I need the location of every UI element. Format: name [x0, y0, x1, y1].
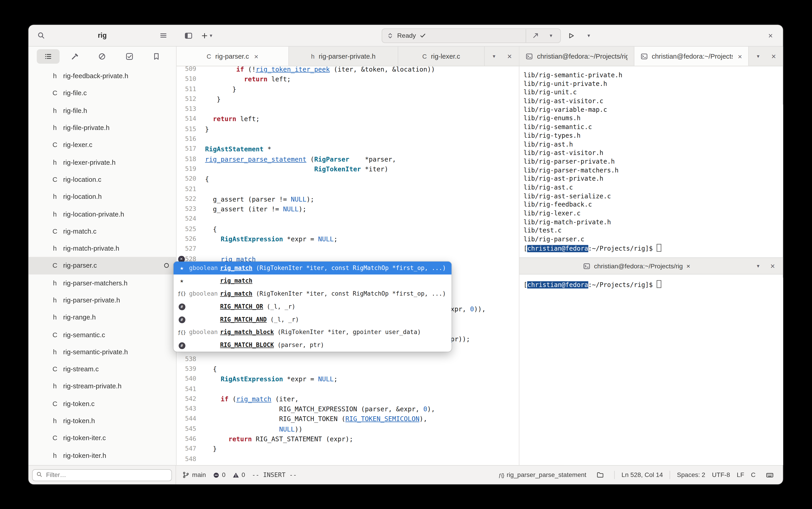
file-item[interactable]: hrig-parser-private.h	[28, 292, 176, 309]
tab-list-dropdown-button[interactable]: ▾	[751, 49, 766, 63]
project-directory-button[interactable]	[593, 468, 607, 482]
line-number[interactable]: 516	[177, 134, 205, 144]
tab-rig-parser-c[interactable]: C rig-parser.c ×	[177, 46, 289, 66]
file-item[interactable]: Crig-file.c	[28, 84, 176, 102]
file-item[interactable]: hrig-parser-matchers.h	[28, 274, 176, 292]
file-item[interactable]: hrig-semantic-private.h	[28, 343, 176, 361]
sidebar-tab-bookmarks[interactable]	[145, 49, 168, 64]
filter-input[interactable]	[32, 469, 172, 481]
tab-list-dropdown-button[interactable]: ▾	[751, 259, 766, 273]
code-line[interactable]: 513	[177, 104, 519, 114]
tab-list-dropdown-button[interactable]: ▾	[487, 49, 501, 63]
terminal-top[interactable]: lib/rig-semantic-private.hlib/rig-unit-p…	[519, 66, 783, 258]
line-number[interactable]: 539	[177, 364, 205, 374]
sidebar-tab-build[interactable]	[64, 49, 86, 64]
file-item[interactable]: Crig-token.c	[28, 395, 176, 412]
terminal-pane2-tab[interactable]: christian@fedora:~/Projects/rig ×	[583, 262, 690, 270]
code-line[interactable]: 548	[177, 454, 519, 464]
file-item[interactable]: hrig-file-private.h	[28, 119, 176, 136]
line-number[interactable]: 541	[177, 384, 205, 394]
code-line[interactable]: 511 }	[177, 84, 519, 94]
completion-item[interactable]: #RIG_MATCH_OR (_l, _r)	[174, 300, 452, 313]
indentation-setting[interactable]: Spaces: 2	[677, 471, 705, 479]
file-item[interactable]: hrig-range.h	[28, 309, 176, 326]
file-item[interactable]: Crig-parser.c	[28, 257, 176, 274]
code-line[interactable]: 524	[177, 214, 519, 224]
build-options-button[interactable]: ▾	[544, 28, 558, 43]
code-line[interactable]: 547 }	[177, 444, 519, 454]
search-button[interactable]	[34, 28, 48, 43]
line-number[interactable]: 518	[177, 154, 205, 164]
code-line[interactable]: 520{	[177, 174, 519, 184]
line-number[interactable]: 543	[177, 404, 205, 414]
completion-item[interactable]: ★rig_match	[174, 274, 452, 287]
code-line[interactable]: 515}	[177, 124, 519, 134]
code-line[interactable]: 541	[177, 384, 519, 394]
file-item[interactable]: hrig-location.h	[28, 188, 176, 205]
line-number[interactable]: 514	[177, 114, 205, 124]
menu-button[interactable]	[156, 28, 171, 43]
code-line[interactable]: 516	[177, 134, 519, 144]
file-item[interactable]: Crig-token-iter.c	[28, 430, 176, 447]
code-line[interactable]: 525 {	[177, 224, 519, 234]
line-number[interactable]: 521	[177, 184, 205, 194]
line-number[interactable]: 540	[177, 374, 205, 384]
code-line[interactable]: 538	[177, 354, 519, 364]
file-item[interactable]: Crig-stream.c	[28, 361, 176, 378]
line-number[interactable]: 542	[177, 394, 205, 404]
line-number[interactable]: 538	[177, 354, 205, 364]
line-number[interactable]: 522	[177, 194, 205, 204]
code-line[interactable]: 539 {	[177, 364, 519, 374]
code-line[interactable]: 523 g_assert (iter != NULL);	[177, 204, 519, 214]
line-number[interactable]: 520	[177, 174, 205, 184]
line-number[interactable]: 545	[177, 424, 205, 434]
run-button[interactable]	[564, 28, 578, 43]
sidebar-tab-outline[interactable]	[37, 49, 60, 64]
close-icon[interactable]: ×	[254, 52, 258, 60]
close-frame-button[interactable]: ×	[766, 259, 780, 273]
code-line[interactable]: 540 RigAstExpression *expr = NULL;	[177, 374, 519, 384]
code-line[interactable]: 527	[177, 244, 519, 254]
line-number[interactable]: 547	[177, 444, 205, 454]
file-item[interactable]: hrig-lexer-private.h	[28, 154, 176, 171]
code-line[interactable]: 518rig_parser_parse_statement (RigParser…	[177, 154, 519, 164]
file-item[interactable]: Crig-semantic.c	[28, 326, 176, 343]
line-number[interactable]: 519	[177, 164, 205, 174]
code-line[interactable]: 510 return left;	[177, 74, 519, 84]
file-item[interactable]: hrig-location-private.h	[28, 205, 176, 223]
file-item[interactable]: Crig-location.c	[28, 171, 176, 188]
toggle-panel-button[interactable]	[181, 28, 196, 43]
code-line[interactable]: 509 if (!rig_token_iter_peek (iter, &tok…	[177, 66, 519, 74]
code-line[interactable]: 521	[177, 184, 519, 194]
omnibar[interactable]: Ready ▾	[382, 28, 561, 43]
file-item[interactable]: hrig-token.h	[28, 412, 176, 430]
file-item[interactable]: Crig-lexer.c	[28, 136, 176, 154]
line-number[interactable]: 525	[177, 224, 205, 234]
current-symbol[interactable]: ƒ{} rig_parser_parse_statement	[498, 471, 586, 479]
code-line[interactable]: 545 NULL))	[177, 424, 519, 434]
close-icon[interactable]: ×	[738, 52, 742, 60]
completion-item[interactable]: ƒ{}gbooleanrig_match_block (RigTokenIter…	[174, 326, 452, 339]
file-item[interactable]: hrig-stream-private.h	[28, 378, 176, 395]
line-number[interactable]: 517	[177, 144, 205, 154]
line-number[interactable]: 548	[177, 454, 205, 464]
terminal-tab-2[interactable]: christian@fedora:~/Projects ×	[634, 46, 749, 66]
line-number[interactable]: 511	[177, 84, 205, 94]
file-item[interactable]: hrig-token-iter.h	[28, 447, 176, 464]
code-line[interactable]: 544 RIG_MATCH_TOKEN (RIG_TOKEN_SEMICOLON…	[177, 414, 519, 424]
code-line[interactable]: 519 RigTokenIter *iter)	[177, 164, 519, 174]
sidebar-tab-diagnostics[interactable]	[91, 49, 114, 64]
cursor-position[interactable]: Ln 528, Col 14	[622, 471, 663, 479]
code-line[interactable]: 522 g_assert (parser != NULL);	[177, 194, 519, 204]
code-line[interactable]: 542 if (rig_match (iter,	[177, 394, 519, 404]
code-line[interactable]: 549	[177, 464, 519, 465]
file-item[interactable]: hrig-feedback-private.h	[28, 67, 176, 84]
completion-item[interactable]: ƒ{}gbooleanrig_match (RigTokenIter *iter…	[174, 287, 452, 300]
line-ending-setting[interactable]: LF	[737, 471, 744, 479]
encoding-setting[interactable]: UTF-8	[712, 471, 730, 479]
line-number[interactable]: 512	[177, 94, 205, 104]
line-number[interactable]: 523	[177, 204, 205, 214]
completion-item[interactable]: #RIG_MATCH_AND (_l, _r)	[174, 313, 452, 326]
code-line[interactable]: 512 }	[177, 94, 519, 104]
code-line[interactable]: 517RigAstStatement *	[177, 144, 519, 154]
